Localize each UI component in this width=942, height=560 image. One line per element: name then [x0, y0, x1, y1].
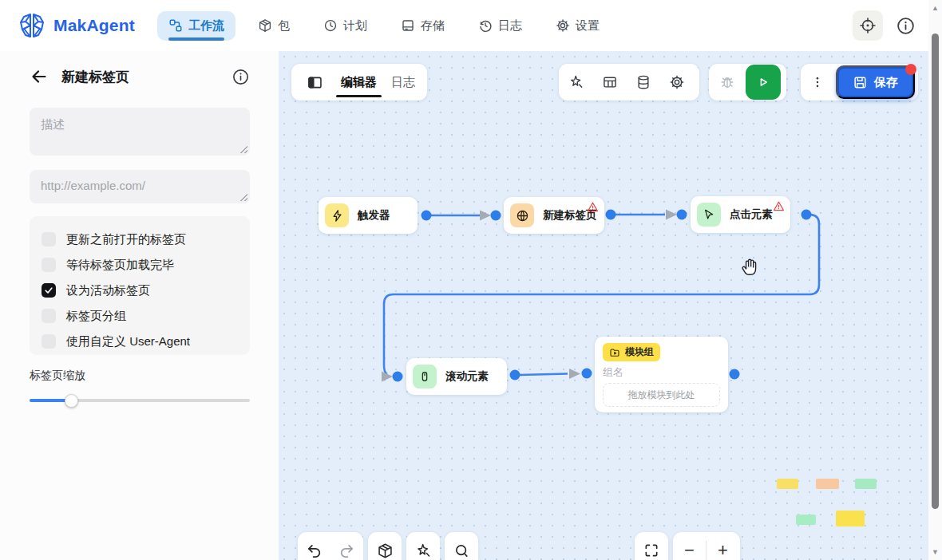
kebab-menu-button[interactable] [801, 64, 834, 101]
description-textarea[interactable]: 描述 [30, 108, 250, 156]
checkbox-wait-tab-loaded[interactable]: 等待标签页加载完毕 [42, 252, 238, 278]
nav-item-schedules[interactable]: 计划 [312, 11, 378, 41]
zoom-in-button[interactable]: + [706, 540, 739, 560]
node-scroll-element[interactable]: 滚动元素 [406, 358, 507, 395]
gear-icon [556, 18, 570, 33]
zoom-out-button[interactable]: − [673, 540, 706, 560]
checkbox-set-active-tab[interactable]: 设为活动标签页 [42, 278, 238, 303]
makagent-logo-icon [18, 12, 46, 39]
run-controls-card [709, 64, 786, 101]
group-name-input[interactable]: 组名 [603, 365, 720, 380]
node-module-group[interactable]: 模块组 组名 拖放模块到此处 [595, 337, 728, 412]
vertical-scrollbar[interactable]: ▲ ▼ [928, 0, 942, 560]
save-button[interactable]: 保存 [836, 65, 915, 99]
tab-zoom-label: 标签页缩放 [30, 369, 85, 383]
undo-button[interactable] [298, 532, 330, 560]
sparkle-tool-button[interactable] [406, 532, 440, 560]
zoom-controls-card: − + [673, 532, 740, 560]
nav-item-storage[interactable]: 存储 [390, 11, 456, 41]
node-click-element[interactable]: 点击元素 [691, 196, 790, 233]
checkbox-update-current-tab[interactable]: 更新之前打开的标签页 [42, 227, 238, 252]
warning-icon [587, 201, 599, 213]
info-icon [896, 16, 916, 36]
checkbox[interactable] [42, 309, 56, 323]
crosshair-icon [859, 17, 877, 34]
checkbox-label: 设为活动标签页 [66, 283, 150, 298]
description-placeholder: 描述 [41, 117, 65, 131]
scroll-up-arrow[interactable]: ▲ [928, 2, 942, 14]
table-view-button[interactable] [593, 64, 627, 101]
checkbox-label: 标签页分组 [66, 309, 126, 324]
url-textarea[interactable]: http://example.com/ [30, 170, 250, 203]
checkbox[interactable] [42, 334, 56, 349]
scroll-down-arrow[interactable]: ▼ [928, 546, 942, 558]
checkbox-custom-user-agent[interactable]: 使用自定义 User-Agent [42, 329, 238, 354]
undo-redo-card [298, 532, 363, 560]
save-label: 保存 [874, 75, 898, 90]
node-trigger[interactable]: 触发器 [319, 197, 418, 234]
minimap-node-click [855, 479, 877, 489]
minimap-node-group [836, 511, 865, 526]
scrollbar-thumb[interactable] [932, 34, 939, 509]
warning-icon [773, 200, 785, 212]
search-button[interactable] [445, 532, 478, 560]
wand-sparkles-button[interactable] [560, 64, 593, 101]
canvas-settings-button[interactable] [660, 64, 694, 101]
checkbox[interactable] [42, 258, 56, 272]
brand[interactable]: MakAgent [18, 12, 135, 39]
tab-logs[interactable]: 日志 [390, 65, 417, 100]
redo-button[interactable] [330, 532, 363, 560]
node-label: 触发器 [358, 208, 390, 223]
resize-handle[interactable] [239, 145, 247, 153]
tab-zoom-slider[interactable] [30, 394, 250, 407]
panel-toggle-button[interactable] [301, 64, 328, 101]
nav-label: 设置 [576, 18, 600, 34]
fullscreen-icon[interactable] [635, 532, 668, 560]
panel-info-button[interactable] [232, 68, 250, 86]
info-button[interactable] [896, 16, 916, 36]
navbar-right [853, 10, 916, 41]
clock-icon [323, 18, 338, 33]
url-placeholder: http://example.com/ [41, 179, 145, 192]
run-workflow-button[interactable] [746, 65, 781, 100]
package-tool-card [368, 532, 402, 560]
tab-options-panel: 更新之前打开的标签页 等待标签页加载完毕 设为活动标签页 标签页分组 使用自定义… [30, 216, 250, 355]
port-newtab-out [606, 210, 616, 220]
nav-item-workflows[interactable]: 工作流 [157, 11, 236, 41]
canvas-tools-card [559, 64, 699, 101]
nav-item-packages[interactable]: 包 [247, 11, 301, 41]
resize-handle[interactable] [239, 193, 247, 201]
nav-item-logs[interactable]: 日志 [467, 11, 533, 41]
target-picker-button[interactable] [853, 10, 883, 41]
node-new-tab[interactable]: 新建标签页 [504, 197, 604, 234]
debug-bug-button[interactable] [710, 64, 744, 101]
checkbox-tab-group[interactable]: 标签页分组 [42, 303, 238, 329]
back-button[interactable] [30, 67, 49, 86]
cursor-icon [697, 203, 721, 227]
nav-label: 日志 [498, 18, 522, 34]
minimap-node-trigger [777, 479, 798, 489]
checkbox[interactable] [42, 232, 56, 246]
nav-label: 计划 [343, 18, 367, 34]
slider-thumb[interactable] [65, 394, 78, 408]
checkbox-label: 更新之前打开的标签页 [66, 232, 186, 247]
port-scroll-in [393, 372, 403, 382]
brand-name: MakAgent [53, 16, 135, 35]
tab-editor[interactable]: 编辑器 [339, 65, 378, 100]
node-label: 点击元素 [730, 207, 773, 222]
nav-label: 存储 [421, 18, 445, 34]
checkbox-label: 使用自定义 User-Agent [66, 334, 190, 349]
minimap-node-new-tab [816, 479, 839, 489]
database-button[interactable] [627, 64, 660, 101]
workflow-canvas[interactable]: 编辑器 日志 [279, 51, 928, 560]
port-group-out [730, 369, 740, 380]
globe-icon [510, 203, 534, 227]
module-group-badge[interactable]: 模块组 [603, 343, 660, 361]
history-icon [478, 18, 493, 33]
editor-tabs-card: 编辑器 日志 [291, 64, 427, 101]
group-drop-zone[interactable]: 拖放模块到此处 [603, 383, 720, 407]
nav-item-settings[interactable]: 设置 [544, 11, 611, 41]
main-nav: 工作流 包 计划 存储 [157, 11, 611, 41]
package-tool-button[interactable] [368, 532, 402, 560]
checkbox[interactable] [42, 283, 56, 298]
